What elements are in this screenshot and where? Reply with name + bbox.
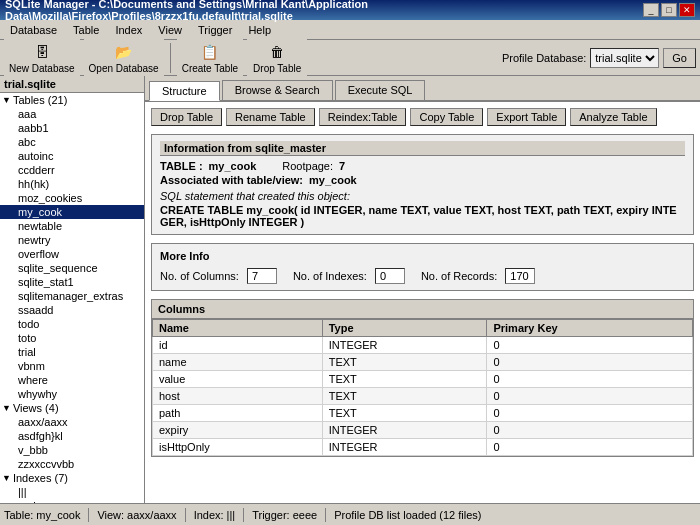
- tree-item[interactable]: sqlite_sequence: [0, 261, 144, 275]
- col-type-cell: INTEGER: [322, 337, 487, 354]
- indexes-section-label: Indexes (7): [13, 472, 68, 484]
- menu-database[interactable]: Database: [4, 23, 63, 37]
- title-bar: SQLite Manager - C:\Documents and Settin…: [0, 0, 700, 20]
- analyze-table-button[interactable]: Analyze Table: [570, 108, 656, 126]
- col-type-cell: TEXT: [322, 371, 487, 388]
- new-database-button[interactable]: 🗄 New Database: [4, 39, 80, 77]
- sidebar-content[interactable]: ▼ Tables (21) aaa aabb1 abc autoinc ccdd…: [0, 93, 144, 503]
- tables-section-label: Tables (21): [13, 94, 67, 106]
- status-trigger-label: Trigger:: [252, 509, 290, 521]
- close-button[interactable]: ✕: [679, 3, 695, 17]
- tree-item[interactable]: hh(hk): [0, 177, 144, 191]
- tree-item[interactable]: newtry: [0, 233, 144, 247]
- go-button[interactable]: Go: [663, 48, 696, 68]
- indexes-section-header[interactable]: ▼ Indexes (7): [0, 471, 144, 485]
- reindex-table-button[interactable]: Reindex:Table: [319, 108, 407, 126]
- status-sep-2: [185, 508, 186, 522]
- col-pk-cell: 0: [487, 354, 693, 371]
- toolbar-separator-1: [170, 43, 171, 73]
- status-view: View: aaxx/aaxx: [97, 509, 176, 521]
- drop-table-button[interactable]: 🗑 Drop Table: [247, 39, 307, 77]
- copy-table-button[interactable]: Copy Table: [410, 108, 483, 126]
- table-row: valueTEXT0: [153, 371, 693, 388]
- tree-item[interactable]: asdfgh}kl: [0, 429, 144, 443]
- col-type-cell: TEXT: [322, 388, 487, 405]
- indexes-label: No. of Indexes:: [293, 270, 367, 282]
- tree-item[interactable]: aaa: [0, 107, 144, 121]
- profile-select[interactable]: trial.sqlite: [590, 48, 659, 68]
- tab-execute-sql[interactable]: Execute SQL: [335, 80, 426, 100]
- col-name-cell: id: [153, 337, 323, 354]
- tree-item[interactable]: |||: [0, 485, 144, 499]
- associated-value: my_cook: [309, 174, 357, 186]
- col-type-cell: INTEGER: [322, 422, 487, 439]
- tab-browse-search[interactable]: Browse & Search: [222, 80, 333, 100]
- tree-item[interactable]: sqlite_stat1: [0, 275, 144, 289]
- tree-item[interactable]: sqlitemanager_extras: [0, 289, 144, 303]
- table-row: isHttpOnlyINTEGER0: [153, 439, 693, 456]
- more-info-row: No. of Columns: 7 No. of Indexes: 0 No. …: [160, 268, 685, 284]
- col-type-cell: TEXT: [322, 354, 487, 371]
- tree-item[interactable]: vbnm: [0, 359, 144, 373]
- menu-index[interactable]: Index: [109, 23, 148, 37]
- views-section-header[interactable]: ▼ Views (4): [0, 401, 144, 415]
- create-table-button[interactable]: 📋 Create Table: [177, 39, 244, 77]
- col-header-type: Type: [322, 320, 487, 337]
- records-value: 170: [505, 268, 535, 284]
- tree-item[interactable]: zzxxccvvbb: [0, 457, 144, 471]
- minimize-button[interactable]: _: [643, 3, 659, 17]
- tree-item[interactable]: mnbvcxz: [0, 499, 144, 503]
- tree-item[interactable]: moz_cookies: [0, 191, 144, 205]
- indexes-value: 0: [375, 268, 405, 284]
- tree-item[interactable]: aaxx/aaxx: [0, 415, 144, 429]
- tree-item[interactable]: toto: [0, 331, 144, 345]
- tree-item[interactable]: trial: [0, 345, 144, 359]
- columns-box: Columns Name Type Primary Key idINTEGER0…: [151, 299, 694, 457]
- records-label: No. of Records:: [421, 270, 497, 282]
- tree-item[interactable]: ccdderr: [0, 163, 144, 177]
- tree-item[interactable]: todo: [0, 317, 144, 331]
- tree-item[interactable]: aabb1: [0, 121, 144, 135]
- status-index: Index: |||: [194, 509, 236, 521]
- open-database-label: Open Database: [89, 63, 159, 74]
- menu-trigger[interactable]: Trigger: [192, 23, 238, 37]
- tree-item[interactable]: autoinc: [0, 149, 144, 163]
- indexes-arrow-icon: ▼: [2, 473, 11, 483]
- sidebar-header: trial.sqlite: [0, 76, 144, 93]
- export-table-button[interactable]: Export Table: [487, 108, 566, 126]
- tree-item[interactable]: abc: [0, 135, 144, 149]
- rename-table-button[interactable]: Rename Table: [226, 108, 315, 126]
- create-sql-value: CREATE TABLE my_cook( id INTEGER, name T…: [160, 204, 685, 228]
- menu-view[interactable]: View: [152, 23, 188, 37]
- col-pk-cell: 0: [487, 422, 693, 439]
- status-sep-4: [325, 508, 326, 522]
- status-sep-3: [243, 508, 244, 522]
- table-name-value: my_cook: [209, 160, 257, 172]
- tree-item[interactable]: where: [0, 373, 144, 387]
- tree-item[interactable]: newtable: [0, 219, 144, 233]
- status-table-label: Table:: [4, 509, 33, 521]
- open-database-button[interactable]: 📂 Open Database: [84, 39, 164, 77]
- maximize-button[interactable]: □: [661, 3, 677, 17]
- menu-help[interactable]: Help: [242, 23, 277, 37]
- create-table-icon: 📋: [199, 42, 221, 62]
- new-database-icon: 🗄: [31, 42, 53, 62]
- drop-table-action-button[interactable]: Drop Table: [151, 108, 222, 126]
- title-bar-text: SQLite Manager - C:\Documents and Settin…: [5, 0, 643, 22]
- more-info-box: More Info No. of Columns: 7 No. of Index…: [151, 243, 694, 291]
- tab-structure[interactable]: Structure: [149, 81, 220, 101]
- status-view-label: View:: [97, 509, 124, 521]
- toolbar: 🗄 New Database 📂 Open Database 📋 Create …: [0, 40, 700, 76]
- tree-item[interactable]: ssaadd: [0, 303, 144, 317]
- columns-title: Columns: [152, 300, 693, 319]
- status-message: Profile DB list loaded (12 files): [334, 509, 481, 521]
- tree-item[interactable]: whywhy: [0, 387, 144, 401]
- tables-section-header[interactable]: ▼ Tables (21): [0, 93, 144, 107]
- cols-value: 7: [247, 268, 277, 284]
- tree-item[interactable]: v_bbb: [0, 443, 144, 457]
- status-trigger: Trigger: eeee: [252, 509, 317, 521]
- tree-section-views: ▼ Views (4) aaxx/aaxx asdfgh}kl v_bbb zz…: [0, 401, 144, 471]
- menu-table[interactable]: Table: [67, 23, 105, 37]
- tree-item[interactable]: overflow: [0, 247, 144, 261]
- tree-item-my-cook[interactable]: my_cook: [0, 205, 144, 219]
